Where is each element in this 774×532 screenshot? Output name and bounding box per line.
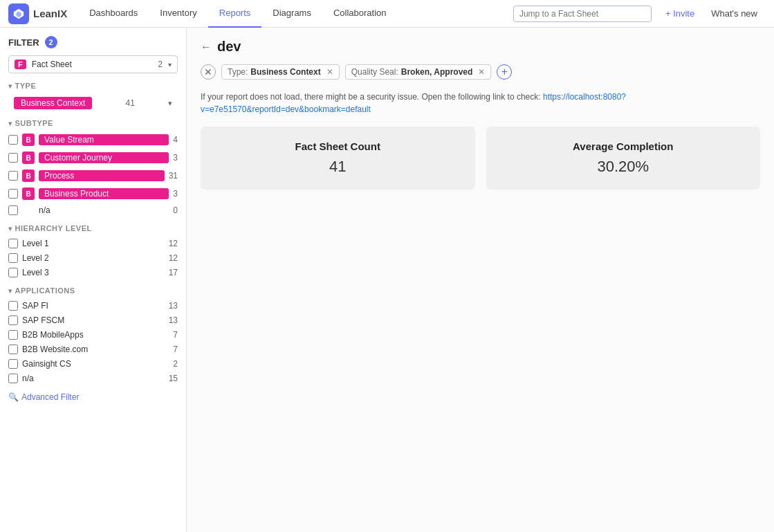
type-section-header[interactable]: ▾ TYPE bbox=[8, 82, 178, 90]
subtype-na-count: 0 bbox=[173, 205, 178, 215]
nav-items: Dashboards Inventory Reports Diagrams Co… bbox=[78, 0, 508, 28]
subtype-business-product-count: 3 bbox=[173, 189, 178, 199]
app-sap-fi-count: 13 bbox=[169, 301, 178, 311]
search-input[interactable] bbox=[513, 6, 652, 22]
fact-sheet-chevron-icon: ▾ bbox=[168, 61, 172, 68]
hierarchy-level3: Level 3 17 bbox=[8, 266, 178, 279]
subtype-customer-journey-badge: B bbox=[22, 152, 35, 164]
hierarchy-level2-checkbox[interactable] bbox=[8, 253, 18, 263]
logo[interactable]: LeanIX bbox=[8, 3, 67, 24]
subtype-na-checkbox[interactable] bbox=[8, 205, 18, 215]
subtype-value-stream: B Value Stream 4 bbox=[8, 131, 178, 148]
filter-chip-quality-label: Quality Seal: bbox=[351, 67, 398, 77]
app-b2b-website-count: 7 bbox=[173, 345, 178, 354]
type-business-context: Business Context 41 ▾ bbox=[8, 94, 178, 112]
app-sap-fi-label: SAP FI bbox=[22, 301, 165, 311]
search-icon: 🔍 bbox=[8, 392, 19, 402]
app-na-count: 15 bbox=[169, 374, 178, 383]
filter-chip-type-remove[interactable]: ✕ bbox=[326, 67, 333, 77]
back-button[interactable]: ← bbox=[201, 41, 212, 53]
subtype-value-stream-label: Value Stream bbox=[39, 134, 169, 145]
avg-completion-value: 30.20% bbox=[507, 158, 740, 176]
fact-sheet-count-value: 41 bbox=[221, 158, 454, 176]
subtype-process-label: Process bbox=[39, 170, 165, 181]
subtype-section-header[interactable]: ▾ SUBTYPE bbox=[8, 119, 178, 127]
filter-header: FILTER 2 bbox=[8, 36, 178, 48]
app-na-checkbox[interactable] bbox=[8, 374, 18, 383]
security-notice-text: If your report does not load, there migh… bbox=[201, 92, 541, 102]
applications-section-header[interactable]: ▾ APPLICATIONS bbox=[8, 286, 178, 295]
filter-chip-type-value: Business Context bbox=[250, 67, 320, 77]
app-b2b-mobileapps-label: B2B MobileApps bbox=[22, 330, 169, 340]
filter-chip-quality-value: Broken, Approved bbox=[401, 67, 473, 77]
invite-button[interactable]: + Invite bbox=[657, 5, 703, 22]
subtype-section-label: SUBTYPE bbox=[15, 119, 53, 127]
subtype-process-badge: B bbox=[22, 169, 35, 182]
hierarchy-level3-count: 17 bbox=[169, 268, 178, 277]
page-title: dev bbox=[217, 39, 241, 55]
layout: FILTER 2 F Fact Sheet 2 ▾ ▾ TYPE Busines… bbox=[0, 28, 774, 532]
app-gainsight-checkbox[interactable] bbox=[8, 359, 18, 369]
filter-chip-type-label: Type: bbox=[228, 67, 248, 77]
advanced-filter-link[interactable]: 🔍 Advanced Filter bbox=[8, 392, 178, 402]
fact-sheet-type-badge: F bbox=[15, 59, 26, 69]
type-count: 41 bbox=[126, 98, 135, 108]
subtype-business-product-label: Business Product bbox=[39, 188, 169, 199]
app-b2b-website: B2B Website.com 7 bbox=[8, 342, 178, 356]
filter-bar-close-button[interactable]: ✕ bbox=[201, 64, 216, 80]
subtype-customer-journey-count: 3 bbox=[173, 153, 178, 163]
hierarchy-level3-checkbox[interactable] bbox=[8, 268, 18, 277]
fact-sheet-count: 2 bbox=[158, 59, 163, 69]
subtype-value-stream-count: 4 bbox=[173, 135, 178, 145]
subtype-process-checkbox[interactable] bbox=[8, 171, 18, 181]
app-b2b-website-checkbox[interactable] bbox=[8, 345, 18, 354]
subtype-value-stream-checkbox[interactable] bbox=[8, 135, 18, 145]
hierarchy-level3-label: Level 3 bbox=[22, 268, 165, 277]
type-expand-icon[interactable]: ▾ bbox=[168, 99, 172, 108]
nav-reports[interactable]: Reports bbox=[208, 0, 262, 28]
filter-chip-quality-remove[interactable]: ✕ bbox=[478, 67, 485, 77]
app-sap-fscm-checkbox[interactable] bbox=[8, 315, 18, 325]
avg-completion-card: Average Completion 30.20% bbox=[486, 127, 761, 190]
hierarchy-section-header[interactable]: ▾ HIERARCHY LEVEL bbox=[8, 224, 178, 232]
nav-collaboration[interactable]: Collaboration bbox=[322, 0, 398, 28]
filter-chip-quality-seal: Quality Seal: Broken, Approved ✕ bbox=[345, 64, 492, 80]
type-section-label: TYPE bbox=[15, 82, 37, 90]
advanced-filter-label: Advanced Filter bbox=[21, 392, 79, 402]
stats-cards: Fact Sheet Count 41 Average Completion 3… bbox=[201, 127, 760, 190]
fact-sheet-count-card: Fact Sheet Count 41 bbox=[201, 127, 475, 190]
app-b2b-website-label: B2B Website.com bbox=[22, 345, 169, 354]
subtype-business-product-badge: B bbox=[22, 187, 35, 200]
subtype-business-product-checkbox[interactable] bbox=[8, 189, 18, 199]
subtype-customer-journey-label: Customer Journey bbox=[39, 152, 169, 163]
app-gainsight-label: Gainsight CS bbox=[22, 359, 169, 369]
logo-icon bbox=[8, 3, 29, 24]
hierarchy-level1: Level 1 12 bbox=[8, 237, 178, 250]
nav-diagrams[interactable]: Diagrams bbox=[261, 0, 322, 28]
hierarchy-level2: Level 2 12 bbox=[8, 251, 178, 265]
subtype-value-stream-badge: B bbox=[22, 134, 35, 146]
fact-sheet-select[interactable]: F Fact Sheet 2 ▾ bbox=[8, 55, 178, 73]
app-sap-fscm-label: SAP FSCM bbox=[22, 315, 165, 325]
avg-completion-title: Average Completion bbox=[507, 140, 740, 152]
app-b2b-mobileapps-checkbox[interactable] bbox=[8, 330, 18, 340]
nav-dashboards[interactable]: Dashboards bbox=[78, 0, 149, 28]
app-sap-fi-checkbox[interactable] bbox=[8, 301, 18, 311]
filter-add-button[interactable]: + bbox=[497, 64, 512, 80]
security-notice: If your report does not load, there migh… bbox=[201, 91, 760, 116]
applications-caret-icon: ▾ bbox=[8, 287, 12, 295]
sidebar: FILTER 2 F Fact Sheet 2 ▾ ▾ TYPE Busines… bbox=[0, 28, 187, 532]
hierarchy-section-label: HIERARCHY LEVEL bbox=[15, 224, 92, 232]
subtype-customer-journey-checkbox[interactable] bbox=[8, 153, 18, 163]
hierarchy-level1-checkbox[interactable] bbox=[8, 239, 18, 248]
app-b2b-mobileapps: B2B MobileApps 7 bbox=[8, 328, 178, 342]
filter-chip-type: Type: Business Context ✕ bbox=[221, 64, 340, 80]
filter-count-badge: 2 bbox=[45, 36, 57, 48]
nav-inventory[interactable]: Inventory bbox=[149, 0, 208, 28]
subtype-caret-icon: ▾ bbox=[8, 120, 12, 127]
hierarchy-caret-icon: ▾ bbox=[8, 225, 12, 232]
main-content: ← dev ✕ Type: Business Context ✕ Quality… bbox=[187, 28, 774, 532]
filter-bar: ✕ Type: Business Context ✕ Quality Seal:… bbox=[201, 64, 760, 80]
whats-new-button[interactable]: What's new bbox=[703, 5, 766, 22]
logo-text: LeanIX bbox=[33, 8, 67, 19]
